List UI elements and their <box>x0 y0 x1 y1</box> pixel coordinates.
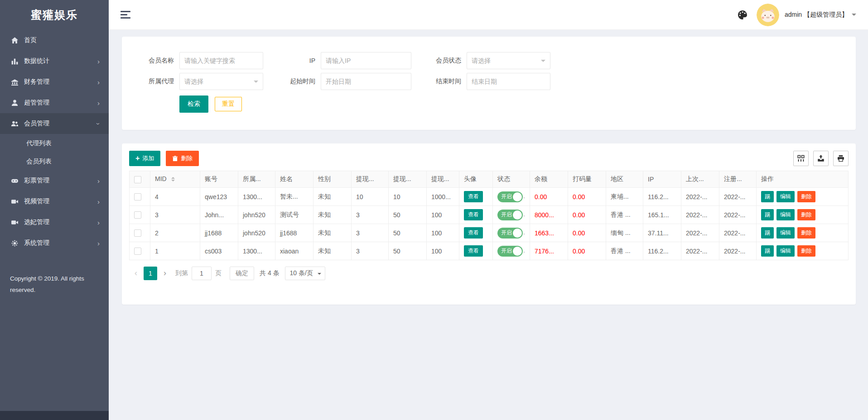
table-cell: 3 <box>352 224 389 242</box>
field-label: 会员状态 <box>427 57 461 65</box>
status-toggle[interactable]: 开启 <box>497 191 523 202</box>
export-icon <box>817 154 825 162</box>
sort-icon[interactable] <box>171 175 175 183</box>
agent-select[interactable] <box>179 73 263 90</box>
table-cell: 开启. <box>493 188 530 206</box>
user-avatar[interactable] <box>757 4 779 26</box>
reset-button[interactable]: 重置 <box>215 97 242 111</box>
view-avatar-button[interactable]: 查看 <box>464 227 483 239</box>
delete-button[interactable]: 删除 <box>797 191 815 202</box>
table-cell: 测试号 <box>275 206 313 224</box>
bulk-delete-button[interactable]: 删除 <box>166 151 199 166</box>
goto-confirm-button[interactable]: 确定 <box>230 267 254 280</box>
start-date-input[interactable] <box>321 73 411 90</box>
table-body: 4qwe1231300...暂未...未知10101000...查看开启.0.0… <box>130 188 849 260</box>
sidebar-item[interactable]: 财务管理› <box>0 72 109 92</box>
row-checkbox[interactable] <box>134 229 141 237</box>
video-icon <box>11 219 19 226</box>
next-page-button[interactable]: › <box>158 267 172 280</box>
table-cell: 2022-... <box>719 206 757 224</box>
kick-button[interactable]: 踢 <box>761 227 774 239</box>
select-all-checkbox[interactable] <box>134 176 141 183</box>
page-number-button[interactable]: 1 <box>144 267 157 280</box>
view-avatar-button[interactable]: 查看 <box>464 245 483 257</box>
table-cell: qwe123 <box>200 188 238 206</box>
table-cell: 缅甸 ... <box>606 224 643 242</box>
sidebar-item[interactable]: 系统管理› <box>0 233 109 253</box>
bank-icon <box>11 78 19 86</box>
sidebar-item[interactable]: 彩票管理› <box>0 170 109 191</box>
table-header-row: MID 账号所属...姓名性别提现...提现...提现...头像状态余额打码量地… <box>130 171 849 188</box>
sidebar-subitem[interactable]: 代理列表 <box>0 134 109 152</box>
status-toggle[interactable]: 开启 <box>497 210 523 220</box>
table-cell: 未知 <box>313 206 352 224</box>
hamburger-menu-icon[interactable] <box>121 9 131 20</box>
home-icon <box>11 37 19 44</box>
delete-button[interactable]: 删除 <box>797 209 815 220</box>
member-name-input[interactable] <box>179 52 263 69</box>
view-avatar-button[interactable]: 查看 <box>464 209 483 220</box>
print-button[interactable] <box>833 151 849 166</box>
ip-input[interactable] <box>321 52 411 69</box>
kick-button[interactable]: 踢 <box>761 209 774 220</box>
video-icon <box>11 198 19 205</box>
field-label: 起始时间 <box>272 77 315 86</box>
search-button[interactable]: 检索 <box>179 95 208 113</box>
prev-page-button[interactable]: ‹ <box>129 267 143 280</box>
field-label: 会员名称 <box>140 57 174 65</box>
column-header: 账号 <box>200 171 238 188</box>
theme-palette-icon[interactable] <box>738 10 747 20</box>
sidebar-item[interactable]: 数据统计› <box>0 51 109 72</box>
chevron-right-icon: › <box>97 58 100 65</box>
column-header: 提现... <box>352 171 389 188</box>
table-cell: 未知 <box>313 242 352 260</box>
field-label: 结束时间 <box>427 77 461 86</box>
edit-button[interactable]: 编辑 <box>776 245 795 257</box>
kick-button[interactable]: 踢 <box>761 191 774 202</box>
table-cell: 2022-... <box>719 188 757 206</box>
delete-button[interactable]: 删除 <box>797 245 815 257</box>
chevron-right-icon: › <box>97 219 100 226</box>
view-avatar-button[interactable]: 查看 <box>464 191 483 202</box>
row-checkbox[interactable] <box>134 193 141 200</box>
table-cell: 0.00 <box>568 206 606 224</box>
sidebar-item[interactable]: 会员管理› <box>0 113 109 134</box>
member-table-panel: + 添加 删除 <box>122 143 856 305</box>
status-toggle[interactable]: 开启 <box>497 246 523 257</box>
edit-button[interactable]: 编辑 <box>776 227 795 239</box>
table-cell: jj1688 <box>200 224 238 242</box>
export-button[interactable] <box>813 151 829 166</box>
sidebar-item[interactable]: 超管管理› <box>0 92 109 113</box>
app-root: 蜜獾娱乐 首页数据统计›财务管理›超管管理›会员管理›代理列表会员列表彩票管理›… <box>0 0 868 420</box>
column-header: 上次... <box>681 171 719 188</box>
member-status-select[interactable] <box>467 52 550 69</box>
search-panel: 会员名称 IP 会员状态 <box>122 37 856 130</box>
table-cell: 3 <box>352 242 389 260</box>
column-header: 地区 <box>606 171 643 188</box>
sidebar-item[interactable]: 首页 <box>0 30 109 51</box>
page-size-select[interactable]: 10 条/页 <box>285 267 325 280</box>
add-button[interactable]: + 添加 <box>129 151 160 166</box>
table-row: 2jj1688john520jj1688未知350100查看开启.1663...… <box>130 224 849 242</box>
sidebar-item[interactable]: 视频管理› <box>0 191 109 212</box>
table-cell: 查看 <box>459 242 493 260</box>
field-label: 所属代理 <box>140 77 174 86</box>
edit-button[interactable]: 编辑 <box>776 209 795 220</box>
end-date-input[interactable] <box>467 73 550 90</box>
table-cell: 未知 <box>313 188 352 206</box>
kick-button[interactable]: 踢 <box>761 245 774 257</box>
user-menu[interactable]: admin 【超级管理员】 <box>785 11 856 19</box>
filter-columns-button[interactable] <box>793 151 809 166</box>
sidebar-item[interactable]: 选妃管理› <box>0 212 109 233</box>
topbar-right: admin 【超级管理员】 <box>738 4 856 26</box>
goto-page-input[interactable] <box>192 267 212 280</box>
table-cell: 50 <box>389 206 427 224</box>
edit-button[interactable]: 编辑 <box>776 191 795 202</box>
column-header: 操作 <box>757 171 849 188</box>
row-checkbox[interactable] <box>134 211 141 219</box>
status-toggle[interactable]: 开启 <box>497 228 523 239</box>
delete-button[interactable]: 删除 <box>797 227 815 239</box>
row-checkbox[interactable] <box>134 248 141 255</box>
table-cell: 0.00 <box>568 224 606 242</box>
sidebar-subitem[interactable]: 会员列表 <box>0 152 109 170</box>
